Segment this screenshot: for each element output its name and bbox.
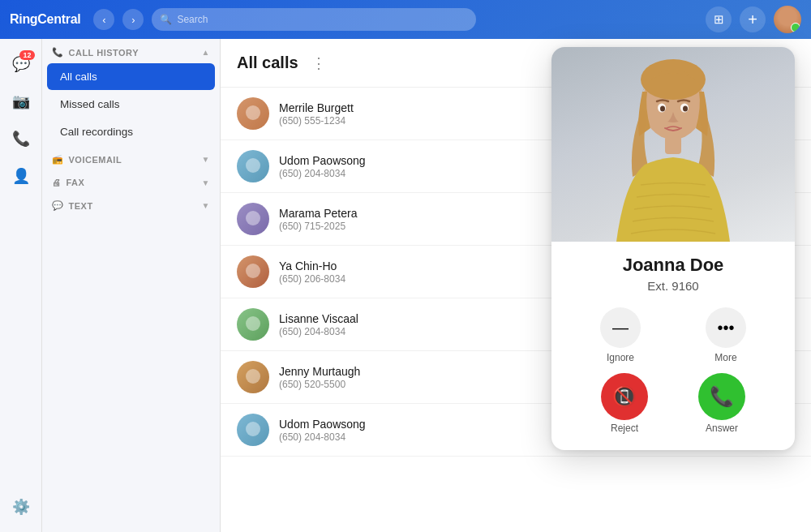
- compose-button[interactable]: +: [740, 6, 766, 32]
- call-secondary-actions: — Ignore ••• More: [551, 299, 795, 367]
- settings-icon: ⚙️: [12, 498, 30, 516]
- voicemail-label: VOICEMAIL: [69, 155, 122, 165]
- user-avatar[interactable]: [774, 6, 801, 33]
- phone-nav-icon: 📞: [52, 47, 64, 58]
- more-options-button[interactable]: ⋮: [311, 54, 326, 72]
- more-button[interactable]: •••: [706, 307, 746, 348]
- caller-info-section: Joanna Doe Ext. 9160: [551, 242, 795, 299]
- svg-point-1: [641, 59, 706, 100]
- grid-apps-button[interactable]: ⊞: [706, 6, 732, 32]
- phone-icon: 📞: [12, 130, 30, 148]
- svg-point-4: [660, 106, 665, 112]
- nav-sidebar: 📞 CALL HISTORY ▲ All calls Missed calls …: [42, 39, 221, 532]
- text-section-header[interactable]: 💬 TEXT ▼: [42, 192, 220, 216]
- text-label: TEXT: [69, 201, 93, 211]
- contacts-button[interactable]: 👤: [6, 161, 36, 191]
- answer-wrapper: 📞 Answer: [698, 373, 745, 434]
- reject-button[interactable]: 📵: [601, 373, 648, 420]
- answer-label: Answer: [706, 423, 738, 434]
- text-icon: 💬: [52, 200, 64, 211]
- messages-button[interactable]: 💬 12: [6, 49, 36, 79]
- chevron-up-icon: ▲: [202, 48, 210, 57]
- contact-avatar: [237, 203, 269, 235]
- ignore-action[interactable]: — Ignore: [600, 307, 641, 363]
- nav-back-button[interactable]: ‹: [93, 9, 114, 30]
- reject-wrapper: 📵 Reject: [601, 373, 648, 434]
- video-icon: 📷: [12, 92, 30, 110]
- contact-avatar: [237, 308, 269, 341]
- icon-sidebar: 💬 12 📷 📞 👤 ⚙️: [0, 39, 42, 532]
- phone-button[interactable]: 📞: [6, 123, 36, 154]
- contact-avatar: [237, 414, 269, 446]
- ignore-button[interactable]: —: [600, 307, 641, 348]
- call-history-section-header[interactable]: 📞 CALL HISTORY ▲: [42, 39, 220, 62]
- voicemail-icon: 📻: [52, 154, 64, 165]
- contact-avatar: [237, 255, 269, 288]
- caller-photo: [551, 47, 795, 242]
- messages-badge: 12: [19, 50, 34, 60]
- chevron-down-icon-text: ▼: [202, 201, 210, 210]
- answer-icon: 📞: [710, 385, 734, 408]
- caller-name: Joanna Doe: [564, 255, 782, 276]
- topbar: RingCentral ‹ › 🔍 Search ⊞ +: [0, 0, 811, 39]
- svg-rect-6: [665, 136, 681, 154]
- app-logo: RingCentral: [10, 12, 80, 27]
- chevron-down-icon: ▼: [202, 155, 210, 164]
- caller-extension: Ext. 9160: [564, 279, 782, 293]
- search-bar[interactable]: 🔍 Search: [152, 8, 476, 31]
- contact-avatar: [237, 150, 269, 182]
- call-history-label: CALL HISTORY: [69, 48, 139, 58]
- nav-forward-button[interactable]: ›: [122, 9, 144, 30]
- search-input[interactable]: Search: [177, 14, 208, 25]
- reject-label: Reject: [611, 423, 638, 434]
- sidebar-item-missed-calls[interactable]: Missed calls: [47, 91, 215, 118]
- sidebar-item-call-recordings[interactable]: Call recordings: [47, 118, 215, 145]
- more-label: More: [714, 352, 736, 363]
- search-icon: 🔍: [160, 14, 172, 25]
- answer-button[interactable]: 📞: [698, 373, 745, 420]
- contact-avatar: [237, 361, 269, 393]
- reject-icon: 📵: [612, 385, 637, 408]
- more-action[interactable]: ••• More: [706, 307, 746, 363]
- fax-section-header[interactable]: 🖨 FAX ▼: [42, 169, 220, 192]
- contact-avatar: [237, 97, 269, 130]
- caller-photo-bg: [551, 47, 795, 242]
- settings-button[interactable]: ⚙️: [6, 491, 36, 522]
- fax-icon: 🖨: [52, 178, 62, 187]
- video-button[interactable]: 📷: [6, 86, 36, 117]
- svg-point-5: [683, 106, 688, 112]
- minus-icon: —: [612, 319, 629, 337]
- more-dots-icon: •••: [717, 319, 734, 337]
- call-main-actions: 📵 Reject 📞 Answer: [551, 367, 795, 450]
- voicemail-section-header[interactable]: 📻 VOICEMAIL ▼: [42, 146, 220, 169]
- fax-label: FAX: [67, 178, 85, 187]
- page-title: All calls: [237, 54, 298, 72]
- chevron-down-icon-fax: ▼: [202, 178, 210, 187]
- caller-figure: [592, 55, 754, 242]
- topbar-right: ⊞ +: [706, 6, 801, 33]
- ignore-label: Ignore: [607, 352, 634, 363]
- sidebar-item-all-calls[interactable]: All calls: [47, 63, 215, 90]
- contacts-icon: 👤: [12, 167, 30, 185]
- incoming-call-card: Joanna Doe Ext. 9160 — Ignore ••• More 📵…: [551, 47, 795, 450]
